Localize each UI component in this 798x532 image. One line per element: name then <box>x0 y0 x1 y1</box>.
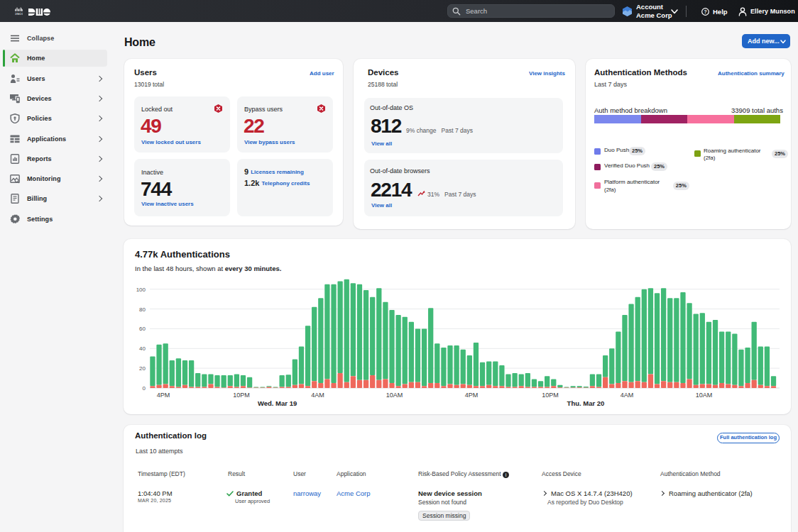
svg-text:Wed. Mar 19: Wed. Mar 19 <box>258 399 297 407</box>
svg-text:4AM: 4AM <box>311 392 324 399</box>
svg-text:10PM: 10PM <box>542 392 559 399</box>
svg-text:4PM: 4PM <box>157 392 170 399</box>
svg-text:Thu. Mar 20: Thu. Mar 20 <box>567 399 605 407</box>
svg-text:CISCO: CISCO <box>15 12 23 16</box>
svg-text:10AM: 10AM <box>386 392 403 399</box>
svg-text:10AM: 10AM <box>696 392 713 399</box>
svg-text:40: 40 <box>139 345 146 352</box>
svg-text:4PM: 4PM <box>465 392 479 399</box>
svg-text:20: 20 <box>139 365 146 372</box>
svg-text:4AM: 4AM <box>621 392 634 399</box>
svg-text:10PM: 10PM <box>233 392 250 399</box>
svg-text:?: ? <box>704 9 706 14</box>
svg-text:100: 100 <box>136 287 146 293</box>
svg-text:80: 80 <box>139 306 146 313</box>
svg-text:60: 60 <box>139 326 146 332</box>
svg-text:0: 0 <box>143 385 146 392</box>
